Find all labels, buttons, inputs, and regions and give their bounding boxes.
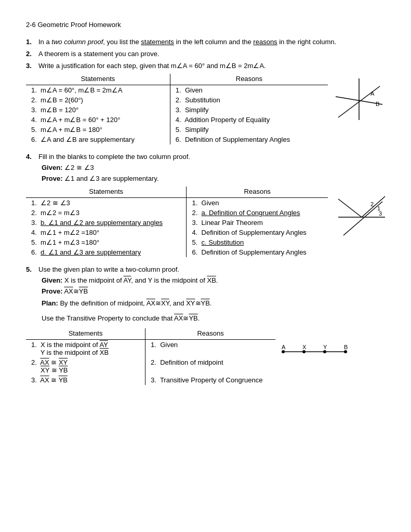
table-row: 5. m∠A + m∠B = 180° 5. Simplify xyxy=(26,125,328,135)
svg-point-17 xyxy=(344,350,347,353)
table3-stmt-header: Statements xyxy=(26,328,145,340)
reason-1-2: 2. Substitution xyxy=(170,95,328,105)
table-row: 2. AX ≅ XY XY ≅ YB 2. Definition of midp… xyxy=(26,357,275,375)
stmt-3-2: 2. AX ≅ XY XY ≅ YB xyxy=(26,357,145,375)
proof-table-1-wrapper: Statements Reasons 1. m∠A = 60°, m∠B = 2… xyxy=(26,74,385,144)
stmt-2-6: 6. d. ∠1 and ∠3 are supplementary xyxy=(26,247,187,257)
table-row: 6. d. ∠1 and ∠3 are supplementary 6. Def… xyxy=(26,247,328,257)
reason-2-3: 3. Linear Pair Theorem xyxy=(187,218,328,228)
reason-1-4: 4. Addition Property of Equality xyxy=(170,115,328,125)
svg-point-14 xyxy=(282,350,285,353)
question-4: 4. Fill in the blanks to complete the tw… xyxy=(26,153,385,161)
stmt-2-2: 2. m∠2 = m∠3 xyxy=(26,208,187,218)
proof-table-2-wrapper: Statements Reasons 1. ∠2 ≅ ∠3 1. Given 2… xyxy=(26,187,385,257)
reason-3-2: 2. Definition of midpoint xyxy=(145,357,275,375)
q2-num: 2. xyxy=(26,50,36,58)
q5-prove: Prove: AX≅YB xyxy=(42,287,385,295)
svg-text:3: 3 xyxy=(379,210,382,217)
reason-3-3: 3. Transitive Property of Congruence xyxy=(145,375,275,385)
table1-reason-header: Reasons xyxy=(170,74,328,85)
q4-given: Given: ∠2 ≅ ∠3 xyxy=(42,164,385,171)
stmt-2-5: 5. m∠1 + m∠3 =180° xyxy=(26,237,187,247)
stmt-1-1: 1. m∠A = 60°, m∠B = 2m∠A xyxy=(26,85,170,96)
table-row: 5. m∠1 + m∠3 =180° 5. c. Substitution xyxy=(26,237,328,247)
svg-text:B: B xyxy=(344,344,348,350)
q5-plan2: Use the Transitive Property to conclude … xyxy=(42,313,385,324)
stmt-2-1: 1. ∠2 ≅ ∠3 xyxy=(26,198,187,208)
table3-reason-header: Reasons xyxy=(145,328,275,340)
table-row: 3. AX ≅ YB 3. Transitive Property of Con… xyxy=(26,375,275,385)
table2-reason-header: Reasons xyxy=(187,187,328,198)
q5-num: 5. xyxy=(26,265,36,273)
question-5: 5. Use the given plan to write a two-col… xyxy=(26,265,385,273)
svg-text:Y: Y xyxy=(323,344,327,350)
svg-text:X: X xyxy=(302,344,307,350)
q1-num: 1. xyxy=(26,38,36,46)
svg-text:A: A xyxy=(370,90,375,97)
svg-line-5 xyxy=(338,199,362,217)
table-row: 4. m∠A + m∠B = 60° + 120° 4. Addition Pr… xyxy=(26,115,328,125)
diagram-3: A X Y B xyxy=(281,344,333,361)
reason-1-5: 5. Simplify xyxy=(170,125,328,135)
table-row: 3. m∠B = 120° 3. Simplify xyxy=(26,105,328,115)
proof-table-3-wrapper: Statements Reasons 1. X is the midpoint … xyxy=(26,328,385,385)
q4-content: Fill in the blanks to complete the two c… xyxy=(38,153,385,161)
table1-stmt-header: Statements xyxy=(26,74,170,85)
q5-plan: Plan: By the definition of midpoint, AX≅… xyxy=(42,298,385,309)
table-row: 6. ∠A and ∠B are supplementary 6. Defini… xyxy=(26,135,328,144)
table-row: 2. m∠B = 2(60°) 2. Substitution xyxy=(26,95,328,105)
table-row: 1. m∠A = 60°, m∠B = 2m∠A 1. Given xyxy=(26,85,328,96)
q5-given-prove: Given: X is the midpoint of AY, and Y is… xyxy=(42,276,385,324)
reason-2-2: 2. a. Definition of Congruent Angles xyxy=(187,208,328,218)
stmt-3-1: 1. X is the midpoint of AY Y is the midp… xyxy=(26,339,145,357)
q5-given: Given: X is the midpoint of AY, and Y is… xyxy=(42,276,385,284)
table-row: 4. m∠1 + m∠2 =180° 4. Definition of Supp… xyxy=(26,228,328,237)
question-3: 3. Write a justification for each step, … xyxy=(26,62,385,70)
stmt-1-3: 3. m∠B = 120° xyxy=(26,105,170,115)
q3-num: 3. xyxy=(26,62,36,70)
stmt-1-6: 6. ∠A and ∠B are supplementary xyxy=(26,135,170,144)
reason-3-1: 1. Given xyxy=(145,339,275,357)
q4-num: 4. xyxy=(26,153,36,161)
q2-content: A theorem is a statement you can prove. xyxy=(38,50,385,58)
svg-point-15 xyxy=(302,350,306,353)
reason-2-5: 5. c. Substitution xyxy=(187,237,328,247)
table2-stmt-header: Statements xyxy=(26,187,187,198)
proof-table-3: Statements Reasons 1. X is the midpoint … xyxy=(26,328,275,385)
stmt-2-3: 3. b. ∠1 and ∠2 are supplementary angles xyxy=(26,218,187,228)
diagram-1: A B xyxy=(333,74,385,129)
reason-2-6: 6. Definition of Supplementary Angles xyxy=(187,247,328,257)
proof-table-2: Statements Reasons 1. ∠2 ≅ ∠3 1. Given 2… xyxy=(26,187,328,257)
stmt-3-3: 3. AX ≅ YB xyxy=(26,375,145,385)
q5-content: Use the given plan to write a two-column… xyxy=(38,265,385,273)
question-1: 1. In a two column proof, you list the s… xyxy=(26,38,385,46)
reason-1-6: 6. Definition of Supplementary Angles xyxy=(170,135,328,144)
reason-2-4: 4. Definition of Supplementary Angles xyxy=(187,228,328,237)
table-row: 2. m∠2 = m∠3 2. a. Definition of Congrue… xyxy=(26,208,328,218)
svg-point-16 xyxy=(323,350,326,353)
table-row: 1. X is the midpoint of AY Y is the midp… xyxy=(26,339,275,357)
svg-text:B: B xyxy=(376,101,379,107)
table-row: 3. b. ∠1 and ∠2 are supplementary angles… xyxy=(26,218,328,228)
q1-content: In a two column proof, you list the stat… xyxy=(38,38,385,46)
stmt-1-2: 2. m∠B = 2(60°) xyxy=(26,95,170,105)
question-2: 2. A theorem is a statement you can prov… xyxy=(26,50,385,58)
q3-content: Write a justification for each step, giv… xyxy=(38,62,385,70)
svg-text:2: 2 xyxy=(370,201,374,207)
proof-table-1: Statements Reasons 1. m∠A = 60°, m∠B = 2… xyxy=(26,74,328,144)
q4-prove: Prove: ∠1 and ∠3 are supplementary. xyxy=(42,175,385,182)
diagram-2: 1 2 3 xyxy=(333,187,385,247)
reason-1-1: 1. Given xyxy=(170,85,328,96)
reason-1-3: 3. Simplify xyxy=(170,105,328,115)
svg-text:A: A xyxy=(282,344,286,350)
stmt-1-4: 4. m∠A + m∠B = 60° + 120° xyxy=(26,115,170,125)
stmt-1-5: 5. m∠A + m∠B = 180° xyxy=(26,125,170,135)
page-title: 2-6 Geometric Proof Homework xyxy=(26,21,385,29)
svg-line-9 xyxy=(343,202,382,235)
table-row: 1. ∠2 ≅ ∠3 1. Given xyxy=(26,198,328,208)
stmt-2-4: 4. m∠1 + m∠2 =180° xyxy=(26,228,187,237)
reason-2-1: 1. Given xyxy=(187,198,328,208)
